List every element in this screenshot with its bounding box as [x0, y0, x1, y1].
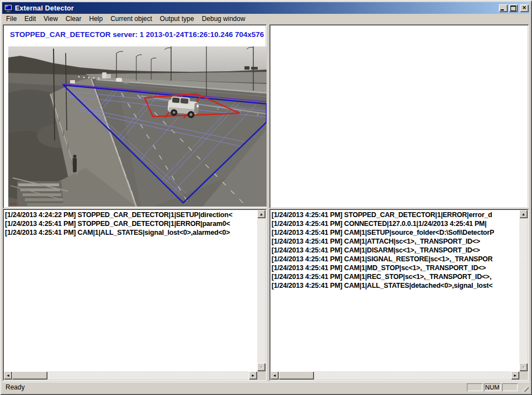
menu-item[interactable]: Debug window	[198, 14, 249, 23]
log-line: [1/24/2013 4:25:41 PM] CAM|1|MD_STOP|sc<…	[272, 264, 519, 272]
log-line: [1/24/2013 4:25:41 PM] CAM|1|SETUP|sourc…	[272, 228, 519, 237]
detector-header: STOPPED_CAR_DETECTOR server: 1 2013-01-2…	[10, 30, 265, 40]
menu-bar: FileEditViewClearHelpCurrent objectOutpu…	[2, 14, 530, 24]
resize-grip-icon[interactable]	[522, 385, 529, 392]
scroll-up-icon[interactable]: ▲	[257, 210, 265, 218]
log-line: [1/24/2013 4:25:41 PM] CAM|1|REC_STOP|sc…	[272, 272, 519, 281]
right-log-panel: [1/24/2013 4:25:41 PM] STOPPED_CAR_DETEC…	[269, 209, 529, 381]
scroll-down-icon[interactable]: ▼	[257, 363, 265, 371]
right-log-vertical-scrollbar[interactable]: ▲ ▼	[519, 210, 528, 371]
log-line: [1/24/2013 4:24:22 PM] STOPPED_CAR_DETEC…	[5, 210, 257, 219]
log-line: [1/24/2013 4:25:41 PM] CAM|1|ALL_STATES|…	[5, 228, 257, 237]
video-panel: STOPPED_CAR_DETECTOR server: 1 2013-01-2…	[3, 24, 267, 208]
status-indicator	[502, 383, 518, 391]
menu-item[interactable]: File	[2, 14, 20, 23]
menu-item[interactable]: Edit	[20, 14, 40, 23]
status-message: Ready	[6, 382, 25, 393]
scroll-right-icon[interactable]: ►	[249, 371, 257, 380]
video-frame: BH51	[8, 46, 267, 207]
minimize-button[interactable]	[499, 4, 508, 12]
log-line: [1/24/2013 4:25:41 PM] CAM|1|ATTACH|sc<1…	[272, 237, 519, 246]
maximize-icon	[510, 6, 516, 11]
log-line: [1/24/2013 4:25:41 PM] STOPPED_CAR_DETEC…	[5, 219, 257, 228]
left-log-vertical-scrollbar[interactable]: ▲ ▼	[257, 210, 265, 371]
status-indicator	[467, 383, 482, 391]
scroll-right-icon[interactable]: ►	[511, 371, 519, 380]
status-indicator: NUM	[484, 383, 501, 391]
status-bar: Ready NUM	[2, 382, 530, 393]
right-log-horizontal-scrollbar[interactable]: ◄ ►	[270, 371, 519, 380]
left-log-horizontal-scrollbar[interactable]: ◄ ►	[4, 371, 257, 380]
log-line: [1/24/2013 4:25:41 PM] CAM|1|ALL_STATES|…	[272, 281, 519, 290]
scrollbar-thumb[interactable]	[12, 371, 47, 380]
video-watermark: BH51	[10, 202, 19, 206]
left-log-lines[interactable]: [1/24/2013 4:24:22 PM] STOPPED_CAR_DETEC…	[5, 210, 257, 371]
scrollbar-corner	[257, 371, 265, 380]
right-output-panel	[269, 24, 529, 208]
stairs	[10, 178, 68, 207]
status-indicators: NUM	[467, 383, 518, 391]
menu-item[interactable]: Current object	[107, 14, 156, 23]
close-icon: ✕	[522, 6, 526, 10]
scroll-up-icon[interactable]: ▲	[519, 210, 528, 218]
caption-buttons: ✕	[498, 4, 529, 12]
close-button[interactable]: ✕	[520, 4, 529, 12]
scrollbar-thumb[interactable]	[279, 371, 314, 380]
scroll-left-icon[interactable]: ◄	[270, 371, 279, 380]
window-title: External Detector	[15, 4, 74, 12]
log-line: [1/24/2013 4:25:41 PM] CAM|1|DISARM|sc<1…	[272, 246, 519, 255]
log-line: [1/24/2013 4:25:41 PM] CONNECTED|127.0.0…	[272, 219, 519, 228]
scroll-left-icon[interactable]: ◄	[4, 371, 12, 380]
log-line: [1/24/2013 4:25:41 PM] CAM|1|SIGNAL_REST…	[272, 255, 519, 264]
menu-item[interactable]: Help	[86, 14, 107, 23]
menu-item[interactable]: View	[40, 14, 62, 23]
scroll-down-icon[interactable]: ▼	[519, 363, 528, 371]
app-icon[interactable]	[4, 4, 13, 13]
menu-item[interactable]: Output type	[156, 14, 198, 23]
minimize-icon	[501, 9, 504, 10]
app-window: External Detector ✕ FileEditViewClearHel…	[0, 0, 532, 395]
maximize-button[interactable]	[509, 4, 518, 12]
scrollbar-corner	[519, 371, 528, 380]
right-log-lines[interactable]: [1/24/2013 4:25:41 PM] STOPPED_CAR_DETEC…	[272, 210, 519, 371]
left-log-panel: [1/24/2013 4:24:22 PM] STOPPED_CAR_DETEC…	[3, 209, 267, 381]
log-line: [1/24/2013 4:25:41 PM] STOPPED_CAR_DETEC…	[272, 210, 519, 219]
title-bar[interactable]: External Detector ✕	[2, 2, 530, 14]
menu-item[interactable]: Clear	[62, 14, 86, 23]
